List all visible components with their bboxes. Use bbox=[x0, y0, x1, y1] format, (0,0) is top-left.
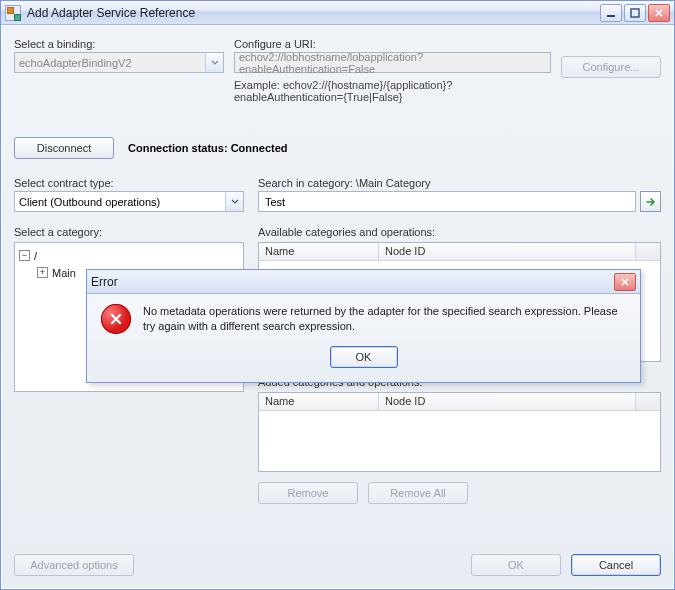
search-label: Search in category: \Main Category bbox=[258, 177, 661, 189]
added-header: Name Node ID bbox=[259, 393, 660, 411]
uri-label: Configure a URI: bbox=[234, 38, 551, 50]
dialog-ok-button[interactable]: OK bbox=[330, 346, 398, 368]
disconnect-button[interactable]: Disconnect bbox=[14, 137, 114, 159]
binding-value: echoAdapterBindingV2 bbox=[19, 57, 132, 69]
window-title: Add Adapter Service Reference bbox=[27, 6, 600, 20]
contract-label: Select contract type: bbox=[14, 177, 244, 189]
minimize-button[interactable] bbox=[600, 4, 622, 22]
dialog-message: No metadata operations were returned by … bbox=[143, 304, 626, 334]
category-label: Select a category: bbox=[14, 226, 244, 238]
connection-status-value: Connected bbox=[231, 142, 288, 154]
remove-all-button[interactable]: Remove All bbox=[368, 482, 468, 504]
titlebar: Add Adapter Service Reference bbox=[1, 1, 674, 25]
app-icon bbox=[5, 5, 21, 21]
uri-textbox: echov2://lobhostname/lobapplication?enab… bbox=[234, 52, 551, 73]
column-node-id[interactable]: Node ID bbox=[379, 393, 636, 410]
binding-combo: echoAdapterBindingV2 bbox=[14, 52, 224, 73]
maximize-button[interactable] bbox=[624, 4, 646, 22]
uri-value: echov2://lobhostname/lobapplication?enab… bbox=[239, 51, 546, 75]
uri-example: Example: echov2://{hostname}/{applicatio… bbox=[234, 79, 551, 103]
search-input[interactable] bbox=[263, 195, 631, 209]
svg-rect-1 bbox=[631, 9, 639, 17]
binding-label: Select a binding: bbox=[14, 38, 224, 50]
configure-button[interactable]: Configure... bbox=[561, 56, 661, 78]
dialog-titlebar: Error bbox=[87, 270, 640, 294]
contract-value: Client (Outbound operations) bbox=[19, 196, 160, 208]
available-label: Available categories and operations: bbox=[258, 226, 661, 238]
column-name[interactable]: Name bbox=[259, 243, 379, 260]
tree-item-label: Main bbox=[52, 267, 76, 279]
column-tail bbox=[636, 393, 660, 410]
dialog-title: Error bbox=[91, 275, 614, 289]
chevron-down-icon[interactable] bbox=[225, 192, 243, 211]
main-window: Add Adapter Service Reference Select a b… bbox=[0, 0, 675, 590]
dialog-window-controls bbox=[614, 273, 636, 291]
available-header: Name Node ID bbox=[259, 243, 660, 261]
window-controls bbox=[600, 4, 670, 22]
column-node-id[interactable]: Node ID bbox=[379, 243, 636, 260]
connection-status-prefix: Connection status: bbox=[128, 142, 231, 154]
tree-root[interactable]: − / bbox=[19, 247, 239, 264]
search-input-wrapper bbox=[258, 191, 636, 212]
column-tail bbox=[636, 243, 660, 260]
error-dialog: Error No metadata operations were return… bbox=[86, 269, 641, 383]
error-icon bbox=[101, 304, 131, 334]
remove-button[interactable]: Remove bbox=[258, 482, 358, 504]
advanced-options-button[interactable]: Advanced options bbox=[14, 554, 134, 576]
tree-root-label: / bbox=[34, 250, 37, 262]
column-name[interactable]: Name bbox=[259, 393, 379, 410]
chevron-down-icon bbox=[205, 53, 223, 72]
ok-button[interactable]: OK bbox=[471, 554, 561, 576]
connection-status: Connection status: Connected bbox=[128, 142, 288, 154]
dialog-close-button[interactable] bbox=[614, 273, 636, 291]
contract-combo[interactable]: Client (Outbound operations) bbox=[14, 191, 244, 212]
collapse-icon[interactable]: − bbox=[19, 250, 30, 261]
cancel-button[interactable]: Cancel bbox=[571, 554, 661, 576]
close-button[interactable] bbox=[648, 4, 670, 22]
dialog-body: No metadata operations were returned by … bbox=[87, 294, 640, 382]
search-go-button[interactable] bbox=[640, 191, 661, 212]
svg-rect-0 bbox=[607, 15, 615, 17]
added-list[interactable]: Name Node ID bbox=[258, 392, 661, 472]
expand-icon[interactable]: + bbox=[37, 267, 48, 278]
